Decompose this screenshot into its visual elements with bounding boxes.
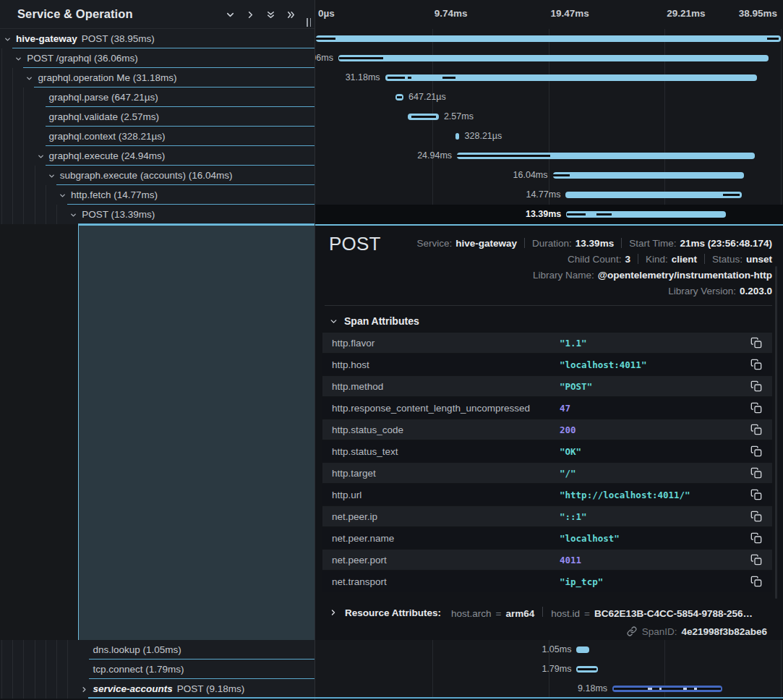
indent-guide	[23, 127, 24, 146]
chevron-down-icon[interactable]	[69, 211, 77, 219]
indent-guide	[1, 640, 2, 660]
span-duration-label: 31.18ms	[346, 68, 380, 88]
span-tree-row[interactable]: graphql.validate (2.57ms)	[0, 107, 315, 127]
chevron-down-icon[interactable]	[25, 74, 33, 82]
critical-path-segment	[457, 155, 550, 157]
chevron-down-icon[interactable]	[37, 153, 45, 161]
span-duration-bar[interactable]	[576, 646, 589, 653]
copy-icon[interactable]	[750, 337, 762, 349]
span-tree-row[interactable]: graphql.context (328.21µs)	[0, 127, 315, 146]
chevron-right-icon[interactable]	[80, 686, 88, 693]
chevron-down-icon[interactable]	[59, 192, 67, 200]
span-timeline-row[interactable]: 1.05ms	[315, 640, 783, 660]
attribute-value: 47	[560, 403, 570, 414]
span-duration-bar[interactable]	[338, 55, 769, 61]
span-timeline-row[interactable]: 36.06ms	[315, 48, 783, 68]
span-timeline-row[interactable]: 647.21µs	[315, 88, 783, 107]
copy-icon[interactable]	[750, 554, 762, 565]
copy-icon[interactable]	[750, 511, 762, 522]
chevron-down-icon[interactable]	[48, 172, 56, 180]
span-tree-row[interactable]: http.fetch (14.77ms)	[0, 185, 315, 205]
attribute-key: http.status_text	[332, 446, 398, 457]
span-tree-row[interactable]: graphql.execute (24.94ms)	[0, 146, 315, 166]
attribute-key: http.flavor	[332, 338, 375, 349]
critical-path-segment	[411, 116, 436, 118]
collapse-one-icon[interactable]	[221, 6, 239, 23]
span-timeline-row[interactable]: 1.79ms	[315, 660, 783, 679]
span-id-row: SpanID: 4e21998f3b82abe6	[627, 623, 767, 639]
copy-icon[interactable]	[750, 532, 762, 544]
detail-scrollbar-thumb[interactable]	[775, 266, 777, 599]
copy-icon[interactable]	[750, 359, 762, 370]
timeline-tick-label: 38.95ms	[739, 8, 777, 19]
span-name-label: graphql.execute (24.94ms)	[49, 146, 166, 165]
expand-one-icon[interactable]	[241, 6, 259, 23]
overview-field: Status:unset	[712, 254, 772, 265]
copy-icon[interactable]	[750, 489, 762, 500]
panel-splitter-handle[interactable]	[304, 17, 314, 27]
indent-guide	[35, 205, 35, 224]
operation-name: graphql.parse (647.21µs)	[49, 92, 158, 103]
copy-icon[interactable]	[750, 402, 762, 414]
copy-icon[interactable]	[750, 424, 762, 435]
indent-guide	[12, 679, 13, 699]
span-timeline-row[interactable]: 2.57ms	[315, 107, 783, 127]
span-timeline-row[interactable]: 31.18ms	[315, 68, 783, 88]
expand-all-icon[interactable]	[282, 6, 299, 23]
copy-icon[interactable]	[750, 380, 762, 392]
copy-icon[interactable]	[750, 576, 762, 587]
indent-guide	[67, 679, 68, 699]
equals-sign: =	[496, 608, 502, 619]
link-icon[interactable]	[627, 626, 637, 636]
overview-field-value: 13.39ms	[576, 238, 614, 249]
span-tree-row[interactable]: tcp.connect (1.79ms)	[0, 660, 315, 679]
span-timeline-row[interactable]: 328.21µs	[315, 127, 783, 146]
indent-guide	[56, 640, 57, 660]
span-duration-bar[interactable]	[455, 133, 459, 140]
span-duration-bar[interactable]	[565, 192, 742, 198]
span-tree-row[interactable]: service-accountsPOST (9.18ms)	[0, 679, 315, 699]
operation-name: tcp.connect (1.79ms)	[93, 664, 184, 675]
span-attributes-header[interactable]: Span Attributes	[329, 315, 419, 327]
span-duration-bar[interactable]	[316, 35, 781, 42]
attribute-key: http.host	[332, 359, 369, 370]
attribute-row: http.response_content_length_uncompresse…	[322, 398, 772, 418]
resource-attributes-row[interactable]: Resource Attributes: host.arch=arm64host…	[329, 605, 753, 620]
span-duration-label: 1.05ms	[542, 640, 571, 660]
span-timeline-row[interactable]: 9.18ms	[315, 679, 783, 699]
span-timeline-row[interactable]: 14.77ms	[315, 185, 783, 205]
chevron-down-icon[interactable]	[4, 35, 12, 43]
span-timeline-row[interactable]: 24.94ms	[315, 146, 783, 166]
indent-guide	[23, 660, 24, 679]
span-timeline-row[interactable]: 16.04ms	[315, 166, 783, 185]
collapse-all-icon[interactable]	[262, 6, 279, 23]
operation-name: POST (9.18ms)	[177, 683, 245, 694]
critical-path-segment	[316, 38, 335, 40]
panel-divider[interactable]	[315, 0, 315, 700]
span-tree-row[interactable]: graphql.parse (647.21µs)	[0, 88, 315, 107]
span-tree-row[interactable]: dns.lookup (1.05ms)	[0, 640, 315, 660]
span-timeline-row[interactable]: 13.39ms	[315, 205, 783, 224]
copy-icon[interactable]	[750, 467, 762, 479]
span-overview: Service:hive-gatewayDuration:13.39msStar…	[416, 226, 772, 299]
copy-icon[interactable]	[750, 445, 762, 457]
chevron-down-icon[interactable]	[14, 55, 22, 63]
indent-guide	[1, 679, 2, 699]
overview-field: Child Count:3	[568, 254, 630, 265]
span-timeline-row[interactable]: 38.95ms	[315, 29, 783, 48]
span-tree-row[interactable]: hive-gatewayPOST (38.95ms)	[0, 29, 315, 48]
span-duration-bar[interactable]	[553, 172, 745, 179]
span-duration-bar[interactable]	[566, 211, 726, 218]
span-tree-row[interactable]: POST (13.39ms)	[0, 205, 315, 224]
span-tree-row[interactable]: graphql.operation Me (31.18ms)	[0, 68, 315, 88]
critical-path-segment	[339, 57, 383, 59]
span-duration-bar[interactable]	[385, 74, 758, 81]
indent-guide	[56, 660, 57, 679]
indent-guide	[12, 166, 13, 185]
span-tree-row[interactable]: POST /graphql (36.06ms)	[0, 48, 315, 68]
attribute-row: net.peer.name"localhost"	[322, 528, 772, 548]
service-name: hive-gateway	[16, 33, 77, 44]
span-tree-row[interactable]: subgraph.execute (accounts) (16.04ms)	[0, 166, 315, 185]
span-duration-label: 36.06ms	[315, 48, 333, 68]
attribute-row: http.status_text"OK"	[322, 441, 772, 461]
